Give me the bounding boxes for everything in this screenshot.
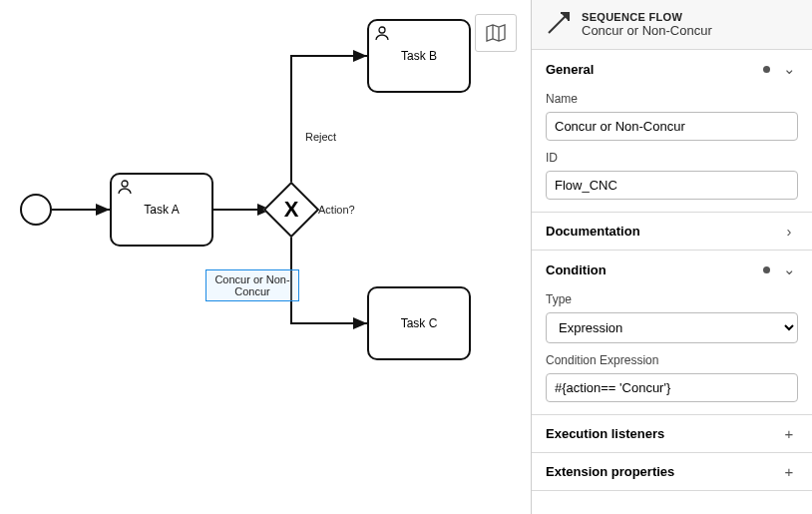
expr-input[interactable]	[546, 373, 798, 402]
section-documentation: Documentation ›	[532, 213, 812, 251]
section-condition-header[interactable]: Condition ⌄	[532, 251, 812, 288]
section-general-header[interactable]: General ⌄	[532, 50, 812, 88]
plus-icon[interactable]: +	[780, 463, 798, 480]
edge-label-concur[interactable]: Concur or Non-Concur	[205, 269, 299, 301]
section-extension-properties-header[interactable]: Extension properties +	[532, 453, 812, 490]
section-execution-listeners: Execution listeners +	[532, 415, 812, 453]
task-b-label: Task B	[401, 49, 437, 63]
change-indicator-icon	[763, 66, 770, 73]
gateway-x-icon: X	[271, 190, 311, 230]
task-b[interactable]: Task B	[367, 19, 471, 93]
chevron-right-icon: ›	[780, 223, 798, 240]
section-execution-listeners-header[interactable]: Execution listeners +	[532, 415, 812, 452]
id-label: ID	[546, 151, 798, 165]
user-task-icon	[374, 25, 390, 44]
chevron-down-icon: ⌄	[780, 60, 798, 78]
id-input[interactable]	[546, 171, 798, 200]
name-label: Name	[546, 92, 798, 106]
task-a-label: Task A	[144, 203, 179, 217]
section-execution-listeners-title: Execution listeners	[546, 426, 664, 441]
section-documentation-title: Documentation	[546, 224, 640, 239]
map-icon	[486, 24, 506, 42]
task-a[interactable]: Task A	[110, 173, 213, 247]
bpmn-canvas[interactable]: Task A X Action? Reject Concur or Non-Co…	[0, 0, 531, 514]
section-condition: Condition ⌄ Type Expression Condition Ex…	[532, 251, 812, 415]
panel-header: SEQUENCE FLOW Concur or Non-Concur	[532, 0, 812, 50]
properties-panel: SEQUENCE FLOW Concur or Non-Concur Gener…	[531, 0, 812, 514]
expr-label: Condition Expression	[546, 353, 798, 367]
task-c-label: Task C	[401, 316, 438, 330]
section-extension-properties-title: Extension properties	[546, 464, 674, 479]
change-indicator-icon	[763, 266, 770, 273]
plus-icon[interactable]: +	[780, 425, 798, 442]
section-documentation-header[interactable]: Documentation ›	[532, 213, 812, 250]
svg-point-2	[122, 181, 128, 187]
section-condition-title: Condition	[546, 262, 607, 277]
start-event[interactable]	[20, 194, 52, 226]
sequence-flow-icon	[546, 10, 572, 39]
chevron-down-icon: ⌄	[780, 260, 798, 278]
type-label: Type	[546, 292, 798, 306]
section-general: General ⌄ Name ID	[532, 50, 812, 213]
gateway-label[interactable]: Action?	[318, 204, 355, 216]
minimap-toggle[interactable]	[475, 14, 517, 52]
svg-point-3	[379, 27, 385, 33]
type-select[interactable]: Expression	[546, 312, 798, 343]
element-type: SEQUENCE FLOW	[582, 11, 712, 23]
name-input[interactable]	[546, 112, 798, 141]
exclusive-gateway[interactable]: X	[271, 190, 311, 230]
edge-label-reject[interactable]: Reject	[305, 131, 336, 143]
element-name: Concur or Non-Concur	[582, 23, 712, 38]
task-c[interactable]: Task C	[367, 286, 471, 360]
user-task-icon	[117, 179, 133, 198]
section-extension-properties: Extension properties +	[532, 453, 812, 491]
section-general-title: General	[546, 62, 594, 77]
app-root: Task A X Action? Reject Concur or Non-Co…	[0, 0, 812, 514]
